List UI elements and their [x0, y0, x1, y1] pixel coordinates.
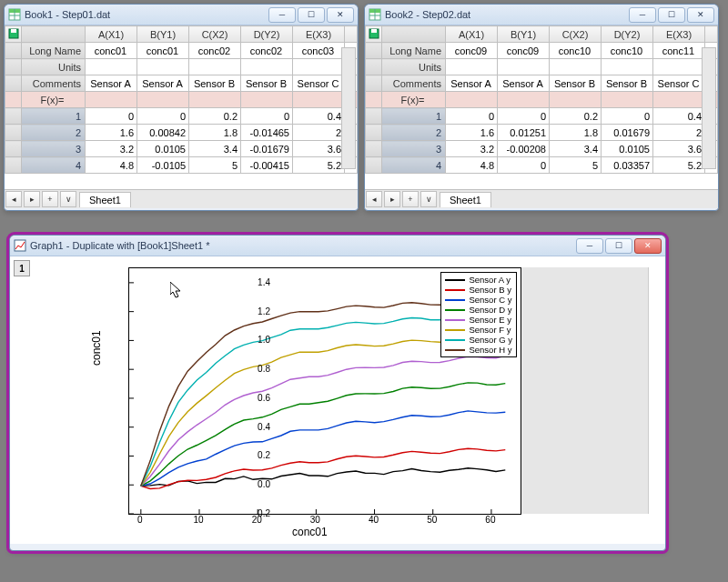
- legend-swatch-icon: [445, 349, 465, 351]
- col-header[interactable]: D(Y2): [602, 26, 653, 43]
- workbook-icon: [8, 8, 21, 21]
- workbook-icon: [369, 8, 381, 21]
- tab-nav-first[interactable]: ◂: [5, 191, 22, 207]
- y-tick-label: 0.6: [258, 392, 270, 402]
- legend-item[interactable]: Sensor C y: [445, 295, 512, 305]
- y-tick-label: 0.4: [258, 421, 270, 431]
- legend-label: Sensor H y: [469, 345, 511, 356]
- svg-rect-11: [371, 29, 377, 33]
- worksheet-book2[interactable]: A(X1) B(Y1) C(X2) D(Y2) E(X3) Long Namec…: [365, 25, 718, 174]
- legend-swatch-icon: [445, 329, 465, 331]
- x-tick-label: 40: [369, 515, 379, 525]
- x-tick-label: 30: [310, 515, 320, 525]
- legend-item[interactable]: Sensor B y: [445, 285, 512, 295]
- col-header[interactable]: B(Y1): [137, 26, 189, 43]
- legend-swatch-icon: [445, 279, 465, 281]
- sheet-tab-bar: ◂ ▸ + ∨ Sheet1: [5, 189, 358, 208]
- tab-nav-first[interactable]: ◂: [366, 191, 382, 207]
- col-header[interactable]: C(X2): [550, 26, 602, 43]
- y-tick-label: 1.0: [258, 335, 270, 345]
- y-tick-label: 0.0: [258, 479, 270, 489]
- col-header[interactable]: C(X2): [189, 26, 241, 43]
- col-header[interactable]: A(X1): [446, 26, 498, 43]
- save-icon[interactable]: [5, 26, 22, 43]
- titlebar-book2[interactable]: Book2 - Step02.dat ─ ☐ ✕: [365, 5, 718, 25]
- maximize-button[interactable]: ☐: [298, 7, 325, 23]
- col-header[interactable]: E(X3): [293, 26, 345, 43]
- tab-add[interactable]: +: [42, 191, 58, 207]
- tab-menu[interactable]: ∨: [420, 191, 437, 207]
- close-button[interactable]: ✕: [634, 238, 662, 254]
- window-title-book2: Book2 - Step02.dat: [385, 9, 627, 20]
- graph-area[interactable]: 1 Sensor A ySensor B ySensor C ySensor D…: [10, 256, 665, 544]
- titlebar-book1[interactable]: Book1 - Step01.dat ─ ☐ ✕: [5, 5, 358, 25]
- y-tick-label: 0.8: [258, 364, 270, 374]
- graph-window[interactable]: Graph1 - Duplicate with [Book1]Sheet1 * …: [9, 235, 666, 551]
- tab-nav-prev[interactable]: ▸: [384, 191, 400, 207]
- window-title-book1: Book1 - Step01.dat: [25, 9, 267, 20]
- legend-swatch-icon: [445, 309, 465, 311]
- legend-item[interactable]: Sensor H y: [445, 345, 512, 355]
- close-button[interactable]: ✕: [327, 7, 354, 23]
- legend-swatch-icon: [445, 289, 465, 291]
- sheet-tab[interactable]: Sheet1: [79, 192, 131, 207]
- tab-add[interactable]: +: [402, 191, 419, 207]
- y-axis-label[interactable]: conc01: [90, 330, 103, 366]
- graph-grey-area: [520, 267, 649, 514]
- window-title-graph: Graph1 - Duplicate with [Book1]Sheet1 *: [30, 240, 574, 251]
- legend-item[interactable]: Sensor E y: [445, 315, 512, 325]
- legend-item[interactable]: Sensor F y: [445, 325, 512, 335]
- legend-item[interactable]: Sensor D y: [445, 305, 512, 315]
- tab-nav-prev[interactable]: ▸: [24, 191, 40, 207]
- save-icon[interactable]: [366, 26, 382, 43]
- x-tick-label: 60: [485, 515, 495, 525]
- workbook-window-book1[interactable]: Book1 - Step01.dat ─ ☐ ✕ A(X1) B(Y1) C(X…: [4, 4, 359, 211]
- legend-swatch-icon: [445, 299, 465, 301]
- x-axis-label[interactable]: conc01: [292, 526, 328, 538]
- x-tick-label: 10: [193, 515, 203, 525]
- legend-item[interactable]: Sensor A y: [445, 275, 512, 285]
- tab-menu[interactable]: ∨: [60, 191, 76, 207]
- y-tick-label: 1.4: [258, 276, 270, 286]
- workbook-window-book2[interactable]: Book2 - Step02.dat ─ ☐ ✕ A(X1) B(Y1) C(X…: [364, 4, 719, 211]
- col-header[interactable]: A(X1): [86, 26, 137, 43]
- legend-swatch-icon: [445, 339, 465, 341]
- maximize-button[interactable]: ☐: [605, 238, 632, 254]
- cell[interactable]: 0: [86, 108, 137, 125]
- svg-rect-12: [15, 240, 25, 251]
- y-tick-label: 1.2: [258, 306, 270, 316]
- legend[interactable]: Sensor A ySensor B ySensor C ySensor D y…: [440, 272, 517, 357]
- sheet-tab[interactable]: Sheet1: [440, 192, 491, 207]
- legend-item[interactable]: Sensor G y: [445, 335, 512, 345]
- titlebar-graph[interactable]: Graph1 - Duplicate with [Book1]Sheet1 * …: [10, 236, 665, 256]
- page-label[interactable]: 1: [14, 260, 30, 276]
- minimize-button[interactable]: ─: [629, 7, 656, 23]
- col-header[interactable]: E(X3): [653, 26, 705, 43]
- y-tick-label: 0.2: [258, 450, 270, 460]
- plot-region[interactable]: Sensor A ySensor B ySensor C ySensor D y…: [128, 267, 521, 515]
- minimize-button[interactable]: ─: [576, 238, 603, 254]
- legend-swatch-icon: [445, 319, 465, 321]
- svg-rect-5: [11, 29, 16, 33]
- col-header[interactable]: B(Y1): [498, 26, 550, 43]
- worksheet-book1[interactable]: A(X1) B(Y1) C(X2) D(Y2) E(X3) Long Namec…: [5, 25, 358, 174]
- close-button[interactable]: ✕: [687, 7, 714, 23]
- vertical-scrollbar[interactable]: [341, 47, 356, 169]
- col-header[interactable]: D(Y2): [241, 26, 293, 43]
- maximize-button[interactable]: ☐: [658, 7, 685, 23]
- minimize-button[interactable]: ─: [268, 7, 296, 23]
- x-tick-label: 50: [427, 515, 437, 525]
- x-tick-label: 0: [137, 515, 143, 525]
- vertical-scrollbar[interactable]: [702, 47, 716, 169]
- sheet-tab-bar: ◂ ▸ + ∨ Sheet1: [365, 189, 718, 208]
- x-tick-label: 20: [252, 515, 262, 525]
- graph-icon: [14, 239, 26, 252]
